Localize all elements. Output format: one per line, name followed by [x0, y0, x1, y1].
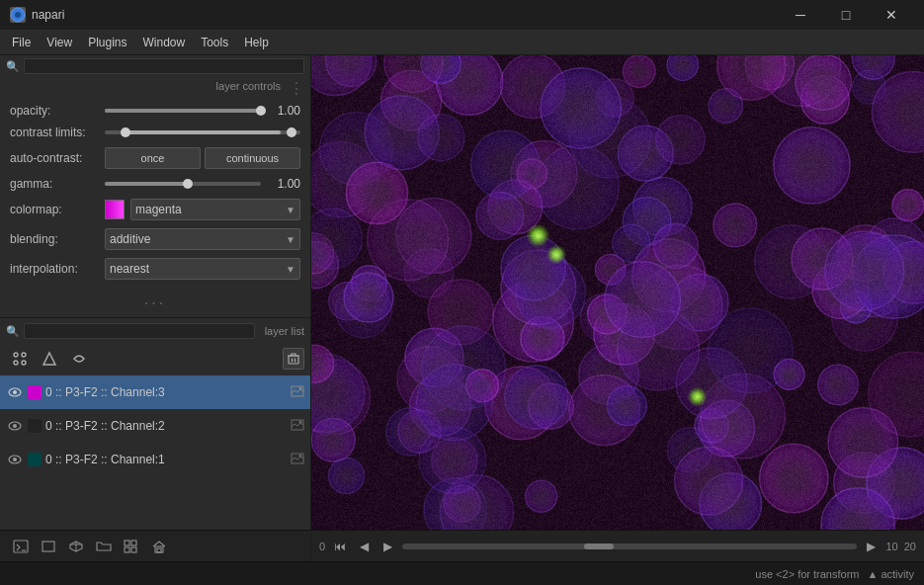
labels-tool-button[interactable] — [65, 346, 93, 372]
layer-type-icon-channel3 — [291, 385, 304, 400]
grid-button[interactable] — [119, 537, 144, 556]
frame-end-label: 10 — [886, 541, 898, 552]
titlebar-controls: ─ □ ✕ — [778, 0, 914, 30]
svg-point-1 — [15, 12, 21, 18]
playback-area: 0 ⏮ ◀ ▶ ▶ 10 20 — [311, 530, 924, 561]
svg-point-9 — [13, 390, 17, 394]
svg-point-13 — [13, 424, 17, 428]
interpolation-label: interpolation: — [10, 262, 99, 276]
svg-point-5 — [22, 361, 26, 365]
svg-point-15 — [299, 420, 302, 423]
menubar: FileViewPluginsWindowToolsHelp — [0, 30, 924, 55]
transform-hint: use <2> for transform — [755, 568, 859, 580]
contrast-label: contrast limits: — [10, 125, 99, 139]
time-thumb — [584, 543, 614, 549]
home-button[interactable] — [146, 537, 172, 556]
menu-item-help[interactable]: Help — [236, 33, 277, 52]
layer-name-channel3: 0 :: P3-F2 :: Channel:3 — [45, 385, 287, 399]
gamma-row: gamma: 1.00 — [10, 177, 300, 191]
auto-contrast-buttons: once continuous — [105, 147, 300, 169]
layer-type-icon-channel1 — [291, 453, 304, 467]
menu-item-plugins[interactable]: Plugins — [80, 33, 134, 52]
shapes-tool-button[interactable] — [36, 346, 63, 372]
svg-rect-27 — [157, 548, 161, 552]
play-first-button[interactable]: ⏮ — [331, 538, 349, 555]
opacity-value: 1.00 — [267, 104, 300, 118]
3d-button[interactable] — [63, 537, 89, 556]
layer-color-channel2 — [28, 419, 42, 433]
gamma-slider[interactable] — [105, 177, 261, 191]
layer-visibility-channel1[interactable] — [6, 451, 24, 468]
delete-layer-button[interactable] — [283, 348, 304, 370]
terminal-button[interactable] — [8, 537, 34, 556]
layer-row-channel3[interactable]: 0 :: P3-F2 :: Channel:3 — [0, 376, 310, 409]
colormap-value: magenta — [135, 203, 182, 216]
frame-total-label: 20 — [904, 541, 916, 552]
play-button[interactable]: ▶ — [378, 538, 396, 555]
svg-marker-6 — [43, 353, 55, 365]
layer-visibility-channel2[interactable] — [6, 417, 24, 435]
colormap-label: colormap: — [10, 203, 99, 216]
contrast-slider[interactable] — [105, 125, 300, 139]
svg-point-2 — [14, 353, 18, 357]
svg-rect-26 — [155, 546, 163, 552]
left-panel: 🔍 layer controls ⋮ opacity: 1.00 — [0, 55, 311, 561]
play-prev-button[interactable]: ◀ — [355, 538, 373, 555]
continuous-button[interactable]: continuous — [205, 147, 300, 169]
blending-arrow: ▼ — [286, 234, 295, 245]
layer-name-channel1: 0 :: P3-F2 :: Channel:1 — [45, 453, 287, 466]
interpolation-row: interpolation: nearest ▼ — [10, 258, 300, 280]
points-tool-button[interactable] — [6, 346, 34, 372]
layer-row-channel1[interactable]: 0 :: P3-F2 :: Channel:1 — [0, 443, 310, 476]
blending-value: additive — [110, 232, 150, 246]
blending-dropdown[interactable]: additive ▼ — [105, 228, 300, 250]
auto-contrast-row: auto-contrast: once continuous — [10, 147, 300, 169]
maximize-button[interactable]: □ — [823, 0, 869, 30]
svg-rect-23 — [131, 541, 136, 545]
titlebar: napari ─ □ ✕ — [0, 0, 924, 30]
menu-item-view[interactable]: View — [39, 33, 80, 52]
top-search-bar: 🔍 — [0, 55, 310, 77]
layer-controls-header: layer controls — [6, 80, 283, 92]
activity-button[interactable]: ▲ activity — [867, 568, 914, 580]
colormap-dropdown[interactable]: magenta ▼ — [130, 199, 300, 220]
svg-rect-22 — [125, 541, 129, 545]
activity-label: activity — [881, 568, 914, 580]
layer-row-channel2[interactable]: 0 :: P3-F2 :: Channel:2 — [0, 409, 310, 443]
time-slider[interactable] — [402, 543, 856, 549]
right-panel: 0 ⏮ ◀ ▶ ▶ 10 20 — [311, 55, 924, 561]
layer-visibility-channel3[interactable] — [6, 383, 24, 401]
panel-separator — [0, 317, 310, 318]
controls-more-dots[interactable]: ⋮ — [289, 79, 304, 98]
svg-point-19 — [299, 454, 302, 457]
svg-point-11 — [299, 386, 302, 389]
app-title: napari — [32, 8, 64, 22]
menu-item-file[interactable]: File — [4, 33, 39, 52]
blending-label: blending: — [10, 232, 99, 246]
colormap-swatch — [105, 200, 125, 219]
svg-point-17 — [13, 458, 17, 461]
layer-icon-bar — [0, 342, 310, 376]
minimize-button[interactable]: ─ — [778, 0, 823, 30]
svg-point-4 — [14, 361, 18, 365]
once-button[interactable]: once — [105, 147, 201, 169]
play-next-button[interactable]: ▶ — [863, 538, 881, 555]
interpolation-arrow: ▼ — [286, 264, 295, 275]
menu-item-tools[interactable]: Tools — [193, 33, 236, 52]
folder-button[interactable] — [91, 537, 117, 556]
contrast-row: contrast limits: — [10, 125, 300, 139]
search-input[interactable] — [24, 58, 304, 74]
close-button[interactable]: ✕ — [869, 0, 914, 30]
rectangle-button[interactable] — [36, 537, 61, 556]
interpolation-dropdown[interactable]: nearest ▼ — [105, 258, 300, 280]
bottom-toolbar — [0, 530, 310, 561]
layer-color-channel1 — [28, 453, 42, 466]
menu-item-window[interactable]: Window — [135, 33, 194, 52]
activity-arrow-icon: ▲ — [867, 568, 878, 580]
more-dots-icon: ··· — [144, 294, 166, 312]
layer-search-icon: 🔍 — [6, 325, 20, 338]
layer-search-input[interactable] — [24, 323, 255, 339]
svg-point-3 — [22, 353, 26, 357]
layer-list-label: layer list — [265, 325, 304, 337]
opacity-slider[interactable] — [105, 104, 261, 118]
